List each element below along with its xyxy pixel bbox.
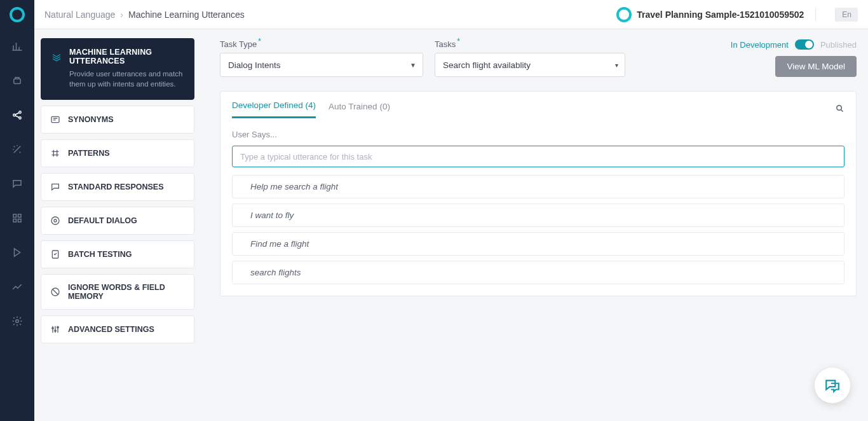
app-logo[interactable] — [0, 0, 34, 29]
breadcrumb-current: Machine Learning Utterances — [128, 10, 245, 20]
svg-point-0 — [11, 8, 24, 21]
breadcrumb: Natural Language › Machine Learning Utte… — [44, 10, 245, 20]
tasks-label: Tasks* — [435, 39, 625, 49]
chevron-right-icon: › — [120, 10, 123, 20]
svg-rect-6 — [18, 214, 22, 217]
rail-magic-icon[interactable] — [0, 132, 34, 167]
left-nav-rail — [0, 0, 34, 421]
rail-chat-icon[interactable] — [0, 167, 34, 201]
sidebar-item-label: BATCH TESTING — [68, 250, 132, 259]
view-ml-model-button[interactable]: View ML Model — [775, 56, 857, 77]
sidebar-item-patterns[interactable]: PATTERNS — [41, 139, 194, 167]
sidebar-item-default-dialog[interactable]: DEFAULT DIALOG — [41, 207, 194, 235]
publish-toggle[interactable] — [795, 39, 814, 50]
rail-bot-icon[interactable] — [0, 64, 34, 98]
sidebar-item-advanced-settings[interactable]: ADVANCED SETTINGS — [41, 315, 194, 343]
svg-point-12 — [51, 217, 59, 224]
search-icon[interactable] — [835, 104, 844, 115]
sidebar-item-label: MACHINE LEARNING UTTERANCES — [69, 48, 184, 66]
sidebar-item-label: DEFAULT DIALOG — [68, 216, 137, 225]
tab-developer-defined[interactable]: Developer Defined (4) — [232, 100, 316, 118]
svg-point-16 — [52, 328, 53, 329]
utterance-item[interactable]: I want to fly — [232, 204, 844, 227]
svg-point-9 — [16, 320, 19, 323]
task-type-select[interactable]: Dialog Intents ▼ — [220, 53, 423, 77]
breadcrumb-parent[interactable]: Natural Language — [44, 10, 115, 20]
sidebar-item-synonyms[interactable]: SYNONYMS — [41, 106, 194, 134]
svg-point-2 — [13, 114, 15, 116]
project-name: Travel Planning Sample-1521010059502 — [637, 10, 804, 20]
sidebar-item-label: ADVANCED SETTINGS — [68, 325, 154, 334]
svg-rect-8 — [18, 219, 22, 223]
svg-point-19 — [837, 106, 842, 111]
section-sidebar: MACHINE LEARNING UTTERANCES Provide user… — [34, 29, 201, 421]
tasks-select[interactable]: Search flight availablity ▾ — [435, 53, 625, 77]
status-published: Published — [820, 40, 857, 50]
svg-rect-5 — [13, 214, 17, 217]
svg-rect-1 — [14, 79, 21, 84]
chevron-down-icon: ▾ — [615, 62, 618, 69]
svg-point-4 — [19, 117, 21, 119]
sidebar-item-standard-responses[interactable]: STANDARD RESPONSES — [41, 173, 194, 201]
rail-deploy-icon[interactable] — [0, 235, 34, 270]
rail-settings-icon[interactable] — [0, 304, 34, 338]
user-says-label: User Says... — [232, 130, 844, 139]
utterance-item[interactable]: Help me search a flight — [232, 175, 844, 198]
task-type-label: Task Type* — [220, 39, 423, 49]
sidebar-item-ignore-words[interactable]: IGNORE WORDS & FIELD MEMORY — [41, 274, 194, 310]
svg-point-13 — [54, 219, 57, 222]
rail-apps-icon[interactable] — [0, 201, 34, 235]
utterance-item[interactable]: search flights — [232, 261, 844, 284]
sidebar-item-desc: Provide user utterances and match them u… — [51, 69, 184, 89]
svg-point-18 — [57, 326, 58, 328]
utterances-panel: Developer Defined (4) Auto Trained (0) U… — [220, 91, 857, 296]
project-selector[interactable]: Travel Planning Sample-1521010059502 — [616, 7, 804, 22]
rail-analytics-icon[interactable] — [0, 29, 34, 64]
sidebar-item-label: PATTERNS — [68, 149, 110, 158]
language-pill[interactable]: En — [835, 8, 858, 22]
svg-rect-7 — [13, 219, 17, 223]
tab-auto-trained[interactable]: Auto Trained (0) — [329, 102, 390, 118]
sidebar-item-label: IGNORE WORDS & FIELD MEMORY — [68, 283, 185, 301]
rail-trend-icon[interactable] — [0, 270, 34, 304]
content-area: Task Type* Dialog Intents ▼ Tasks* Searc… — [201, 29, 868, 421]
utterance-item[interactable]: Find me a flight — [232, 232, 844, 256]
sidebar-item-label: SYNONYMS — [68, 115, 114, 124]
status-in-development: In Development — [731, 40, 789, 50]
svg-point-17 — [55, 330, 56, 331]
sidebar-item-batch-testing[interactable]: BATCH TESTING — [41, 240, 194, 268]
svg-point-10 — [618, 8, 630, 21]
topbar: Natural Language › Machine Learning Utte… — [34, 0, 868, 29]
chat-fab[interactable] — [815, 368, 850, 403]
rail-share-icon[interactable] — [0, 98, 34, 132]
utterance-input[interactable] — [232, 146, 844, 167]
chevron-down-icon: ▼ — [410, 62, 416, 69]
sidebar-item-ml-utterances[interactable]: MACHINE LEARNING UTTERANCES Provide user… — [41, 38, 194, 100]
sidebar-item-label: STANDARD RESPONSES — [68, 183, 163, 191]
svg-point-3 — [19, 111, 21, 113]
